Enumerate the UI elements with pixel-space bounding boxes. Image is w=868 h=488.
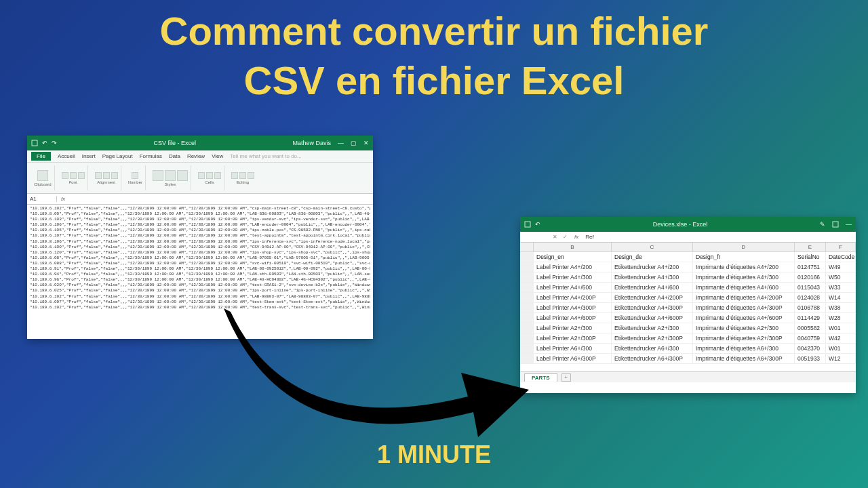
align-left-button[interactable] <box>95 172 102 179</box>
cell[interactable]: Imprimante d'étiquettes A4+/600 <box>693 283 795 292</box>
cell[interactable]: W28 <box>826 313 856 323</box>
italic-button[interactable] <box>70 172 77 179</box>
format-button[interactable] <box>214 172 221 179</box>
cell[interactable]: Label Printer A4+/600 <box>534 283 612 292</box>
row-number[interactable] <box>520 252 534 262</box>
col-header-c[interactable]: C <box>612 243 693 252</box>
csv-line: "10.189.6.107","Prof","false","false",,,… <box>30 233 370 239</box>
edit-icon[interactable]: ✎ <box>820 221 825 228</box>
minimize-icon[interactable]: — <box>338 140 344 146</box>
cell[interactable]: Imprimante d'étiquettes A2+/300 <box>693 323 795 333</box>
sort-filter-button[interactable] <box>239 172 246 179</box>
cell[interactable]: Etikettendrucker A4+/200 <box>612 262 693 272</box>
cell[interactable]: 0106788 <box>795 303 826 312</box>
cell[interactable]: 0120166 <box>795 272 826 282</box>
conditional-format-button[interactable] <box>153 170 163 181</box>
cell[interactable]: Imprimante d'étiquettes A6+/300P <box>693 354 795 363</box>
cell[interactable]: 0051933 <box>795 354 826 363</box>
autosum-button[interactable] <box>231 172 238 179</box>
cell[interactable]: 0005582 <box>795 323 826 333</box>
menu-formulas[interactable]: Formulas <box>140 153 162 159</box>
number-format-button[interactable] <box>132 172 138 179</box>
col-header-f[interactable]: F <box>826 243 856 252</box>
cell[interactable]: W38 <box>826 303 856 312</box>
format-table-button[interactable] <box>165 170 176 181</box>
cell[interactable]: Etikettendrucker A4+/600 <box>612 283 693 292</box>
cell[interactable]: Imprimante d'étiquettes A6+/300 <box>693 344 795 353</box>
redo-icon[interactable]: ↷ <box>52 140 57 146</box>
cell[interactable]: Etikettendrucker A2+/300 <box>612 323 693 333</box>
col-header-b[interactable]: B <box>534 243 612 252</box>
delete-button[interactable] <box>206 172 213 179</box>
cell[interactable]: Etikettendrucker A4+/200P <box>612 293 693 302</box>
cell[interactable]: W12 <box>826 354 856 363</box>
cell[interactable]: W01 <box>826 344 856 353</box>
table-area[interactable]: B C D E F Design_en Design_de Design_fr … <box>520 243 856 371</box>
underline-button[interactable] <box>78 172 85 179</box>
select-all-corner[interactable] <box>520 243 534 252</box>
cell[interactable]: Imprimante d'étiquettes A4+/600P <box>693 313 795 323</box>
cell[interactable]: 0124751 <box>795 262 826 272</box>
save-icon[interactable] <box>524 221 531 228</box>
file-tab[interactable]: File <box>31 152 51 161</box>
menu-pagelayout[interactable]: Page Layout <box>102 153 133 159</box>
cell-styles-button[interactable] <box>177 170 188 181</box>
cell[interactable]: 0042370 <box>795 344 826 353</box>
fx-icon[interactable]: fx <box>57 196 69 202</box>
cell[interactable]: Etikettendrucker A4+/300 <box>612 272 693 282</box>
cell[interactable]: W01 <box>826 323 856 333</box>
row-number[interactable] <box>520 272 534 282</box>
menu-data[interactable]: Data <box>169 153 180 159</box>
cancel-icon[interactable]: ✕ <box>550 234 560 240</box>
menu-view[interactable]: View <box>212 153 223 159</box>
cell[interactable]: 0124028 <box>795 293 826 302</box>
cell[interactable]: W49 <box>826 262 856 272</box>
minimize-icon[interactable]: — <box>846 221 852 228</box>
col-header-d[interactable]: D <box>693 243 795 252</box>
cell[interactable]: W14 <box>826 293 856 302</box>
cell[interactable]: Imprimante d'étiquettes A4+/200P <box>693 293 795 302</box>
cell[interactable]: Etikettendrucker A4+/300P <box>612 303 693 312</box>
formula-input[interactable]: Ref <box>583 234 856 240</box>
paste-button[interactable] <box>37 170 48 181</box>
new-sheet-button[interactable]: + <box>561 373 571 382</box>
cell[interactable]: Etikettendrucker A4+/600P <box>612 313 693 323</box>
close-icon[interactable]: ✕ <box>363 140 369 146</box>
fx-icon[interactable]: fx <box>570 234 583 240</box>
cell[interactable]: 0114429 <box>795 313 826 323</box>
insert-button[interactable] <box>198 172 205 179</box>
menu-review[interactable]: Review <box>187 153 205 159</box>
cell[interactable]: W42 <box>826 333 856 343</box>
maximize-icon[interactable]: ▢ <box>351 140 357 146</box>
cell[interactable]: Label Printer A4+/300 <box>534 272 612 282</box>
cell[interactable]: 0040759 <box>795 333 826 343</box>
cell[interactable]: Etikettendrucker A6+/300P <box>612 354 693 363</box>
row-number[interactable] <box>520 283 534 292</box>
cell[interactable]: Imprimante d'étiquettes A4+/300 <box>693 272 795 282</box>
tell-me[interactable]: Tell me what you want to do... <box>230 153 301 159</box>
save-icon[interactable] <box>31 140 38 146</box>
cell[interactable]: Imprimante d'étiquettes A4+/200 <box>693 262 795 272</box>
menu-insert[interactable]: Insert <box>82 153 96 159</box>
cell[interactable]: 0115043 <box>795 283 826 292</box>
cell[interactable]: W50 <box>826 272 856 282</box>
cell[interactable]: Etikettendrucker A2+/300P <box>612 333 693 343</box>
menu-home[interactable]: Accueil <box>58 153 75 159</box>
cell[interactable]: Imprimante d'étiquettes A2+/300P <box>693 333 795 343</box>
cell[interactable]: Label Printer A4+/200 <box>534 262 612 272</box>
cell[interactable]: Imprimante d'étiquettes A4+/300P <box>693 303 795 312</box>
align-right-button[interactable] <box>111 172 118 179</box>
cell[interactable]: W33 <box>826 283 856 292</box>
cell[interactable]: Etikettendrucker A6+/300 <box>612 344 693 353</box>
undo-icon[interactable]: ↶ <box>42 140 47 146</box>
name-box[interactable]: A1 <box>27 196 57 202</box>
undo-icon[interactable]: ↶ <box>535 221 540 228</box>
confirm-icon[interactable]: ✓ <box>560 234 570 240</box>
maximize-icon[interactable] <box>832 221 839 228</box>
col-header-e[interactable]: E <box>795 243 826 252</box>
thumbnail-title: Comment convertir un fichier CSV en fich… <box>0 0 868 105</box>
find-button[interactable] <box>248 172 254 179</box>
align-center-button[interactable] <box>103 172 110 179</box>
row-number[interactable] <box>520 262 534 272</box>
bold-button[interactable] <box>62 172 68 179</box>
